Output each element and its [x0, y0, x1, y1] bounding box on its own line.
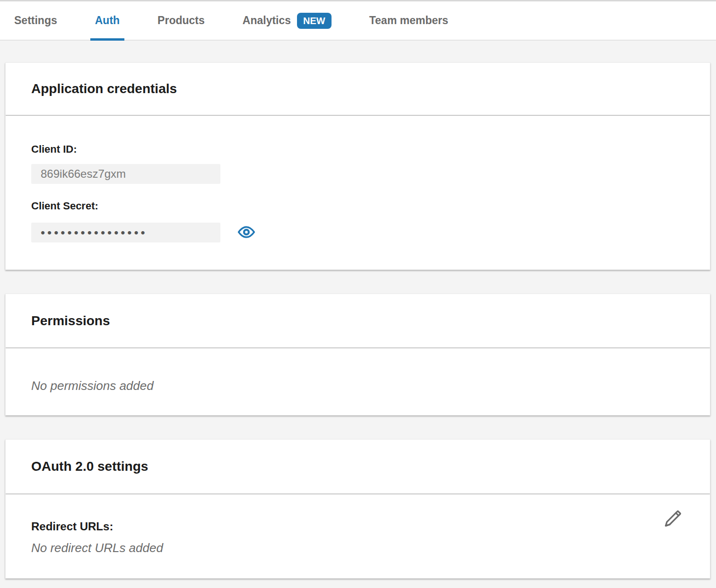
tab-team-members[interactable]: Team members [369, 1, 448, 40]
application-credentials-body: Client ID: 869ik66esz7gxm Client Secret:… [6, 116, 710, 269]
permissions-header: Permissions [6, 294, 710, 348]
edit-redirect-urls-button[interactable] [662, 509, 683, 530]
eye-icon [237, 225, 255, 241]
permissions-card: Permissions No permissions added [5, 294, 710, 415]
client-id-label: Client ID: [31, 143, 684, 156]
tab-auth-label: Auth [95, 14, 120, 27]
application-credentials-title: Application credentials [31, 81, 177, 96]
tab-auth[interactable]: Auth [95, 1, 120, 40]
client-secret-masked-value: •••••••••••••••• [41, 226, 148, 239]
oauth-settings-title: OAuth 2.0 settings [31, 459, 148, 474]
oauth-settings-header: OAuth 2.0 settings [6, 440, 710, 494]
app-tab-bar: Settings Auth Products Analytics NEW Tea… [0, 1, 716, 41]
permissions-body: No permissions added [6, 348, 710, 415]
pencil-icon [662, 509, 683, 531]
redirect-urls-label: Redirect URLs: [31, 520, 684, 533]
tab-analytics[interactable]: Analytics NEW [243, 1, 332, 40]
oauth-settings-card: OAuth 2.0 settings Redirect URLs: No red… [5, 439, 710, 579]
active-tab-underline [90, 38, 124, 41]
client-id-value: 869ik66esz7gxm [41, 167, 126, 181]
tab-settings-label: Settings [14, 14, 57, 27]
client-id-field[interactable]: 869ik66esz7gxm [31, 164, 220, 184]
application-credentials-card: Application credentials Client ID: 869ik… [5, 62, 710, 270]
application-credentials-header: Application credentials [6, 63, 710, 116]
client-secret-row: •••••••••••••••• [31, 223, 684, 242]
page-content: Application credentials Client ID: 869ik… [0, 62, 716, 579]
no-permissions-text: No permissions added [31, 379, 684, 393]
no-redirect-urls-text: No redirect URLs added [31, 541, 684, 555]
client-secret-label: Client Secret: [31, 199, 684, 213]
tab-team-members-label: Team members [369, 14, 448, 27]
tab-analytics-label: Analytics [243, 14, 291, 27]
reveal-secret-button[interactable] [237, 225, 255, 240]
tab-products[interactable]: Products [157, 1, 205, 40]
client-secret-field[interactable]: •••••••••••••••• [31, 223, 220, 242]
permissions-title: Permissions [31, 313, 110, 329]
oauth-settings-body: Redirect URLs: No redirect URLs added [6, 494, 710, 578]
tab-settings[interactable]: Settings [14, 1, 57, 40]
new-badge: NEW [297, 13, 332, 29]
tab-products-label: Products [157, 14, 205, 27]
